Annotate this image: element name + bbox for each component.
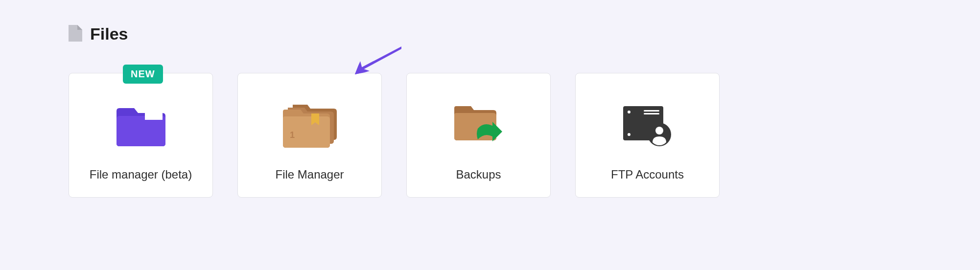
svg-point-3	[628, 111, 630, 113]
card-ftp-accounts[interactable]: FTP Accounts	[575, 73, 720, 198]
card-file-manager[interactable]: 1 File Manager	[237, 73, 382, 198]
new-badge: NEW	[123, 65, 163, 84]
cards-row: NEW File manager (beta) 1 File Manager	[69, 73, 911, 198]
section-header: Files	[69, 24, 911, 44]
svg-rect-5	[644, 113, 659, 114]
svg-point-6	[628, 133, 630, 136]
folder-backup-icon	[454, 99, 503, 153]
folder-brown-icon: 1	[283, 99, 337, 153]
file-icon	[69, 25, 82, 44]
card-label: FTP Accounts	[611, 168, 684, 181]
section-title: Files	[90, 24, 128, 44]
card-label: File manager (beta)	[90, 168, 192, 181]
card-file-manager-beta[interactable]: NEW File manager (beta)	[69, 73, 213, 198]
card-label: File Manager	[275, 168, 344, 181]
svg-text:1: 1	[290, 130, 295, 140]
svg-rect-0	[145, 113, 163, 120]
card-label: Backups	[456, 168, 501, 181]
card-backups[interactable]: Backups	[406, 73, 551, 198]
server-user-icon	[623, 99, 672, 153]
folder-purple-icon	[117, 99, 165, 153]
svg-point-8	[655, 127, 663, 135]
svg-rect-4	[644, 110, 659, 112]
